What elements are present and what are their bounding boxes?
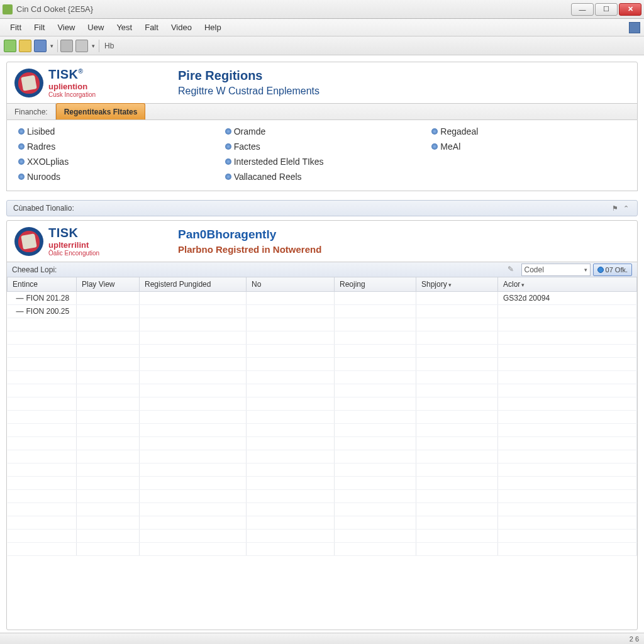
open-icon[interactable] [19, 40, 31, 52]
data-table: Entince Play View Registerd Pungided No … [7, 277, 637, 556]
database-icon[interactable] [34, 40, 47, 52]
link-factes[interactable]: Factes [225, 142, 419, 152]
col-aclor[interactable]: Aclor▾ [498, 277, 637, 292]
link-label: Oramde [234, 126, 266, 136]
dropdown-arrow-icon[interactable]: ▾ [49, 43, 55, 49]
col-play-view[interactable]: Play View [77, 277, 140, 292]
brand-name: TISK [48, 226, 99, 240]
bullet-icon [225, 143, 231, 150]
link-lisibed[interactable]: Lisibed [18, 126, 213, 136]
table-row-empty [8, 516, 637, 530]
app-window: Cin Cd Ooket {2E5A} — ☐ ✕ Fitt Filt View… [0, 0, 644, 644]
link-intersteded[interactable]: Intersteded Eleld TIkes [225, 157, 419, 167]
brand-trademark: ® [79, 68, 84, 75]
tree-toggle-icon[interactable]: — [16, 307, 24, 316]
menu-filt[interactable]: Filt [28, 20, 51, 35]
section-bar[interactable]: Cùnabed Tionalio: ⚑ ⌃ [6, 200, 638, 216]
close-button[interactable]: ✕ [619, 3, 641, 16]
menu-yest[interactable]: Yest [110, 20, 138, 35]
brand-name: TISK [48, 67, 79, 81]
upper-panel-header: TISK® upliention Cusk Incorgation Pire R… [7, 62, 637, 103]
window-title: Cin Cd Ooket {2E5A} [16, 4, 571, 14]
separator [57, 40, 58, 52]
collapse-icon[interactable]: ⌃ [623, 204, 631, 212]
link-nuroods[interactable]: Nuroods [18, 172, 213, 182]
status-text: 2 6 [630, 635, 639, 643]
help-panel-icon[interactable] [629, 22, 640, 33]
menu-help[interactable]: Help [198, 20, 228, 35]
col-registerd[interactable]: Registerd Pungided [140, 277, 247, 292]
table-row[interactable]: —FION 201.28GS32d 20094 [8, 292, 637, 305]
col-entince[interactable]: Entince [8, 277, 77, 292]
table-row-empty [8, 543, 637, 556]
logo-icon [14, 227, 43, 256]
flag-icon[interactable]: ⚑ [612, 204, 619, 212]
table-row-empty [8, 397, 637, 411]
link-regadeal[interactable]: Regadeal [431, 126, 626, 136]
maximize-button[interactable]: ☐ [595, 3, 618, 16]
info-button-label: 07 Ofk. [606, 266, 628, 274]
links-col-1: Lisibed Radres XXOLplias Nuroods [18, 126, 213, 182]
bullet-icon [18, 158, 25, 165]
link-label: Vallacaned Reels [234, 172, 302, 182]
link-oramde[interactable]: Oramde [225, 126, 419, 136]
sort-icon: ▾ [521, 282, 525, 288]
separator [99, 40, 99, 52]
tree-toggle-icon[interactable]: — [16, 294, 24, 303]
col-shpjory[interactable]: Shpjory▾ [416, 277, 498, 292]
menu-view[interactable]: View [51, 20, 81, 35]
table-row-empty [8, 424, 637, 437]
menu-fitt[interactable]: Fitt [4, 20, 28, 35]
table-row-empty [8, 464, 637, 477]
link-label: Nuroods [27, 172, 60, 182]
panel-titles: Pire Regitions Regittre W Custrad Enplem… [172, 69, 630, 97]
col-no[interactable]: No [247, 277, 335, 292]
logo-block: TISK uplterrilint Òalic Encongution [14, 226, 172, 257]
link-label: Intersteded Eleld TIkes [234, 157, 324, 167]
bullet-icon [18, 143, 25, 150]
toolbar-hb-label[interactable]: Hb [102, 42, 116, 50]
panel-titles: Pan0Bhoragently Plarbno Registred in Not… [172, 228, 630, 255]
sub-bar-label: Cheead Lopi: [12, 265, 57, 274]
bullet-icon [431, 128, 438, 135]
edit-icon[interactable]: ✎ [508, 265, 518, 275]
lower-panel-header: TISK uplterrilint Òalic Encongution Pan0… [7, 221, 637, 262]
logo-block: TISK® upliention Cusk Incorgation [14, 67, 172, 98]
link-xxolplias[interactable]: XXOLplias [18, 157, 213, 167]
brand-tagline: Òalic Encongution [48, 250, 99, 257]
menu-falt[interactable]: Falt [138, 20, 165, 35]
menu-video[interactable]: Video [165, 20, 198, 35]
titlebar[interactable]: Cin Cd Ooket {2E5A} — ☐ ✕ [0, 0, 644, 19]
table-row-empty [8, 411, 637, 424]
col-reojing[interactable]: Reojing [335, 277, 416, 292]
home-icon[interactable] [4, 40, 16, 52]
table-row-empty [8, 384, 637, 397]
table-row-empty [8, 437, 637, 450]
links-col-3: Regadeal MeAl [431, 126, 626, 182]
table-row[interactable]: —FION 200.25 [8, 305, 637, 318]
tab-finanche[interactable]: Finanche: [7, 104, 56, 119]
bullet-icon [18, 128, 25, 135]
link-label: Factes [234, 142, 260, 152]
link-label: Regadeal [440, 126, 478, 136]
toolbar: ▾ ▾ Hb [0, 36, 644, 55]
brand-subtitle: upliention [48, 82, 96, 91]
link-radres[interactable]: Radres [18, 142, 213, 152]
bullet-icon [18, 174, 25, 180]
bullet-icon [225, 158, 231, 165]
link-label: Lisibed [27, 126, 55, 136]
window-controls: — ☐ ✕ [571, 3, 641, 16]
brand-tagline: Cusk Incorgation [48, 91, 96, 98]
table-row-empty [8, 490, 637, 503]
link-vallacaned[interactable]: Vallacaned Reels [225, 172, 419, 182]
link-label: XXOLplias [27, 157, 69, 167]
info-button[interactable]: 07 Ofk. [593, 264, 632, 276]
dropdown-arrow-icon[interactable]: ▾ [91, 43, 96, 49]
codel-dropdown[interactable]: Codel ▾ [521, 264, 591, 276]
refresh-icon[interactable] [75, 40, 88, 52]
link-meal[interactable]: MeAl [431, 142, 626, 152]
minimize-button[interactable]: — [571, 3, 594, 16]
tab-regentiteaks[interactable]: Regentiteaks FItates [56, 103, 146, 119]
settings-icon[interactable] [60, 40, 73, 52]
menu-uew[interactable]: Uew [81, 20, 110, 35]
